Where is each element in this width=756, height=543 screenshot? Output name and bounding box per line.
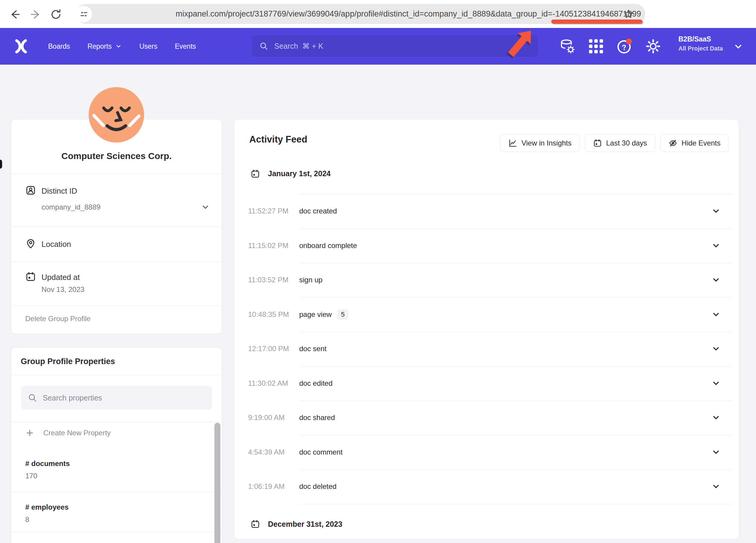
- chevron-down-icon: [711, 344, 721, 353]
- settings-gear-icon[interactable]: [645, 38, 661, 54]
- event-count-badge: 5: [337, 309, 349, 320]
- event-time: 12:17:00 PM: [248, 345, 289, 353]
- nav-item-users[interactable]: Users: [139, 42, 157, 51]
- expand-event-button[interactable]: [711, 482, 721, 491]
- data-management-icon[interactable]: [559, 38, 576, 54]
- event-name: doc comment: [299, 448, 343, 456]
- event-name-wrap: page view5: [299, 309, 349, 320]
- divider: [11, 173, 222, 174]
- event-time: 1:06:19 AM: [248, 482, 284, 491]
- nav-item-boards[interactable]: Boards: [48, 42, 70, 51]
- event-row[interactable]: 11:30:02 AM doc edited: [248, 366, 734, 401]
- location-pin-icon: [25, 238, 36, 249]
- expand-event-button[interactable]: [711, 241, 721, 250]
- activity-feed-title: Activity Feed: [249, 134, 307, 145]
- event-time: 11:15:02 PM: [248, 241, 288, 250]
- browser-chrome: mixpanel.com/project/3187769/view/369904…: [0, 0, 756, 28]
- event-time: 10:48:35 PM: [248, 310, 289, 319]
- divider: [11, 492, 222, 492]
- chevron-down-icon: [711, 241, 721, 250]
- event-row[interactable]: 1:06:19 AM doc deleted: [248, 469, 734, 504]
- chevron-down-icon: [711, 482, 721, 491]
- divider: [11, 375, 222, 375]
- divider: [11, 532, 222, 532]
- event-row[interactable]: 11:15:02 PM onboard complete: [248, 229, 734, 263]
- expand-event-button[interactable]: [711, 344, 721, 353]
- search-input[interactable]: [274, 42, 530, 51]
- date-range-button[interactable]: Last 30 days: [585, 134, 655, 152]
- properties-search-input[interactable]: [43, 394, 205, 402]
- event-row[interactable]: 11:52:27 PM doc created: [248, 194, 734, 229]
- reload-icon[interactable]: [50, 8, 62, 20]
- project-name: B2B/SaaS: [678, 35, 723, 43]
- global-search[interactable]: [252, 35, 538, 57]
- expand-event-button[interactable]: [711, 448, 721, 457]
- expand-event-button[interactable]: [711, 275, 721, 284]
- divider: [11, 262, 222, 262]
- chevron-down-icon[interactable]: [201, 203, 210, 212]
- svg-text:?: ?: [621, 43, 627, 52]
- url-bar[interactable]: mixpanel.com/project/3187769/view/369904…: [76, 4, 645, 24]
- event-row[interactable]: 12:17:00 PM doc sent: [248, 332, 734, 366]
- expand-event-button[interactable]: [711, 207, 721, 216]
- event-name: page view: [299, 310, 332, 319]
- site-info-button[interactable]: [76, 6, 92, 22]
- event-row[interactable]: 10:48:35 PM page view5: [248, 297, 734, 332]
- calendar-icon: [593, 139, 602, 148]
- event-row[interactable]: 11:03:52 PM sign up: [248, 263, 734, 297]
- chevron-down-icon: [115, 43, 122, 50]
- button-label: Hide Events: [682, 139, 721, 147]
- event-name-wrap: doc deleted: [299, 482, 337, 491]
- event-row[interactable]: 9:19:00 AM doc shared: [248, 400, 734, 435]
- help-icon[interactable]: ?: [616, 38, 633, 54]
- mixpanel-logo-icon[interactable]: [13, 37, 29, 55]
- properties-scrollbar[interactable]: [214, 423, 220, 543]
- event-name-wrap: doc sent: [299, 345, 327, 353]
- expand-event-button[interactable]: [711, 379, 721, 388]
- back-arrow-icon[interactable]: [9, 8, 21, 20]
- expand-event-button[interactable]: [711, 413, 721, 422]
- hide-events-button[interactable]: Hide Events: [660, 134, 729, 152]
- notification-dot: [626, 38, 632, 44]
- field-label-location: Location: [41, 240, 71, 249]
- chevron-down-icon[interactable]: [733, 41, 743, 52]
- plus-icon: [25, 428, 34, 437]
- annotation-underline: [551, 20, 642, 23]
- divider: [11, 226, 222, 227]
- apps-grid-icon[interactable]: [588, 38, 604, 54]
- button-label: View in Insights: [521, 139, 571, 147]
- event-name-wrap: doc comment: [299, 448, 343, 456]
- nav-item-reports[interactable]: Reports: [88, 42, 122, 51]
- activity-toolbar: View in Insights Last 30 days Hide Event…: [500, 134, 729, 152]
- property-value: 170: [25, 472, 37, 480]
- field-label-distinct-id: Distinct ID: [41, 186, 77, 196]
- project-switcher[interactable]: B2B/SaaS All Project Data: [678, 35, 723, 52]
- insights-chart-icon: [508, 139, 517, 148]
- nav-item-events[interactable]: Events: [175, 42, 196, 51]
- forward-arrow-icon[interactable]: [29, 8, 41, 20]
- event-time: 11:03:52 PM: [248, 276, 288, 284]
- chevron-down-icon: [711, 448, 721, 457]
- company-name: Computer Sciences Corp.: [11, 151, 222, 161]
- expand-event-button[interactable]: [711, 310, 721, 319]
- create-new-property-button[interactable]: Create New Property: [25, 428, 111, 437]
- delete-group-profile-button[interactable]: Delete Group Profile: [25, 314, 91, 323]
- event-row[interactable]: 4:54:39 AM doc comment: [248, 435, 734, 470]
- event-name: doc edited: [299, 379, 333, 388]
- properties-search[interactable]: [21, 386, 212, 410]
- event-time: 11:30:02 AM: [248, 379, 288, 388]
- divider: [11, 422, 222, 422]
- property-value: 8: [25, 515, 29, 524]
- activity-feed-card: Activity Feed View in Insights Last 30 d…: [234, 120, 739, 539]
- chevron-down-icon: [711, 413, 721, 422]
- feed-date-header: January 1st, 2024: [248, 153, 734, 194]
- bookmark-star-icon[interactable]: [623, 9, 634, 20]
- field-label-updated-at: Updated at: [41, 273, 80, 282]
- chevron-down-icon: [711, 207, 721, 216]
- event-time: 9:19:00 AM: [248, 413, 284, 422]
- event-time: 4:54:39 AM: [248, 448, 284, 456]
- field-value-updated-at: Nov 13, 2023: [41, 285, 85, 294]
- view-in-insights-button[interactable]: View in Insights: [500, 134, 579, 152]
- chevron-down-icon: [711, 310, 721, 319]
- company-avatar: [88, 86, 145, 144]
